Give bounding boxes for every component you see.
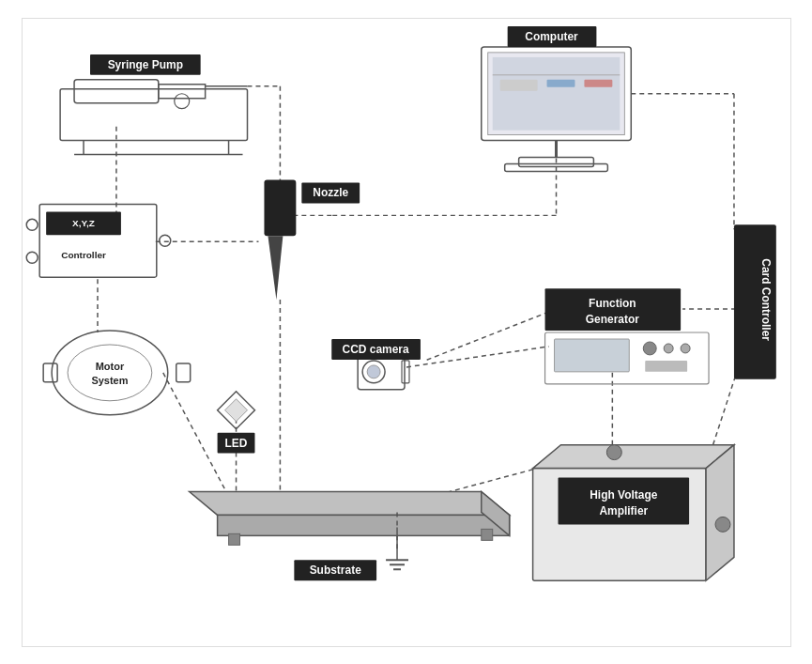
- svg-text:System: System: [91, 374, 128, 385]
- ccd-camera-label: CCD camera: [342, 342, 408, 355]
- svg-text:Amplifier: Amplifier: [599, 504, 648, 517]
- syringe-pump-label: Syringe Pump: [107, 57, 182, 70]
- svg-point-62: [367, 364, 380, 378]
- svg-point-72: [681, 343, 690, 352]
- diagram-container: Syringe Pump Computer X: [22, 18, 791, 647]
- svg-rect-48: [264, 179, 296, 236]
- card-controller-label: Card Controller: [758, 258, 772, 341]
- svg-point-82: [715, 517, 730, 532]
- svg-point-71: [664, 343, 673, 352]
- svg-marker-83: [189, 491, 509, 515]
- svg-text:Motor: Motor: [95, 360, 124, 371]
- svg-point-81: [606, 444, 621, 459]
- svg-text:High Voltage: High Voltage: [590, 488, 658, 502]
- substrate-label: Substrate: [309, 564, 360, 577]
- svg-rect-32: [492, 56, 620, 130]
- svg-text:Controller: Controller: [61, 250, 106, 260]
- system-diagram: Syringe Pump Computer X: [23, 19, 790, 646]
- svg-rect-84: [217, 515, 509, 535]
- nozzle-label: Nozzle: [313, 186, 348, 199]
- computer-label: Computer: [525, 29, 578, 42]
- svg-rect-73: [645, 360, 687, 371]
- svg-rect-69: [554, 338, 629, 371]
- svg-text:Function: Function: [589, 297, 636, 310]
- svg-rect-87: [481, 529, 492, 540]
- svg-text:Generator: Generator: [585, 313, 638, 326]
- svg-marker-76: [532, 444, 733, 468]
- svg-marker-77: [706, 444, 734, 580]
- svg-rect-34: [499, 79, 537, 90]
- card-controller-component: Card Controller: [733, 224, 775, 379]
- svg-text:X,Y,Z: X,Y,Z: [72, 218, 95, 228]
- svg-rect-36: [584, 79, 612, 86]
- led-label: LED: [224, 436, 247, 449]
- svg-point-70: [643, 341, 656, 354]
- high-voltage-amplifier-component: High Voltage Amplifier: [532, 444, 733, 580]
- svg-rect-86: [228, 533, 239, 545]
- svg-rect-35: [546, 79, 575, 86]
